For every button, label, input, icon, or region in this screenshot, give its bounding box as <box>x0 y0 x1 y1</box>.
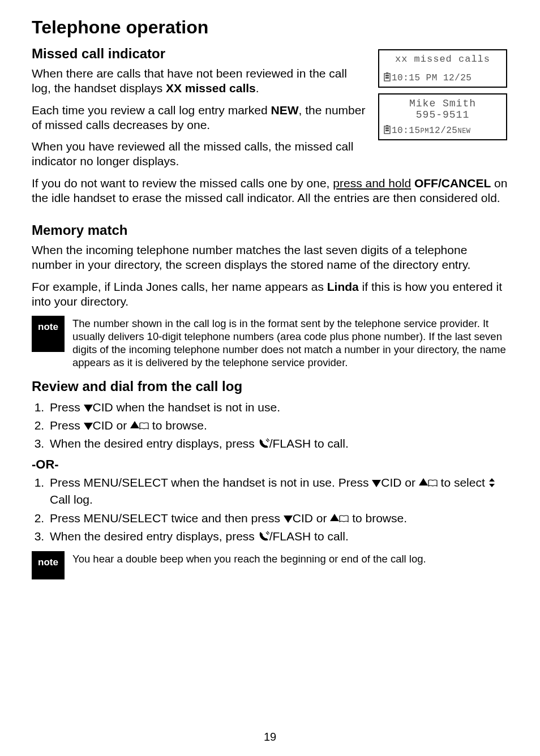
or-label: -OR- <box>32 457 508 472</box>
steps-list-1: Press CID when the handset is not in use… <box>32 399 508 453</box>
down-arrow-icon <box>372 480 381 487</box>
page-title: Telephone operation <box>32 17 508 38</box>
battery-icon <box>384 72 391 84</box>
step-3a: When the desired entry displays, press /… <box>48 435 508 452</box>
note-badge: note <box>32 551 65 579</box>
step-2a: Press CID or to browse. <box>48 417 508 434</box>
page-number: 19 <box>0 731 540 744</box>
para-memory-2: For example, if Linda Jones calls, her n… <box>32 280 508 310</box>
note-badge: note <box>32 316 65 352</box>
heading-memory-match: Memory match <box>32 222 508 238</box>
svg-rect-7 <box>385 130 389 131</box>
svg-marker-11 <box>489 484 495 487</box>
para-memory-1: When the incoming telephone number match… <box>32 243 508 273</box>
svg-line-8 <box>266 440 268 442</box>
svg-rect-3 <box>385 77 389 79</box>
svg-line-12 <box>266 532 268 535</box>
step-2b: Press MENU/SELECT twice and then press C… <box>48 510 508 527</box>
lcd-missed-time: 10:15 PM 12/25 <box>392 73 472 83</box>
para-missed-4: If you do not want to review the missed … <box>32 176 508 206</box>
lcd-contact-number: 595-9511 <box>382 109 504 121</box>
battery-icon <box>384 125 391 137</box>
lcd-screen-contact: Mike Smith 595-9511 10:15PM12/25NEW <box>378 93 507 140</box>
step-3b: When the desired entry displays, press /… <box>48 528 508 545</box>
down-arrow-icon <box>284 516 293 523</box>
phone-icon <box>258 437 269 448</box>
step-1b: Press MENU/SELECT when the handset is no… <box>48 474 508 509</box>
svg-rect-2 <box>385 75 389 76</box>
note-memory-text: The number shown in the call log is in t… <box>72 316 508 370</box>
up-arrow-icon <box>130 421 139 428</box>
book-icon <box>339 510 349 518</box>
down-arrow-icon <box>84 423 93 430</box>
lcd-screen-missed: xx missed calls 10:15 PM 12/25 <box>378 49 507 88</box>
lcd-screens: xx missed calls 10:15 PM 12/25 Mike Smit… <box>378 49 508 146</box>
lcd-missed-text: xx missed calls <box>382 54 504 65</box>
lcd-contact-status: 10:15PM12/25NEW <box>382 125 504 137</box>
down-arrow-icon <box>84 405 93 412</box>
svg-rect-6 <box>385 127 389 129</box>
book-icon <box>139 418 149 426</box>
lcd-contact-name: Mike Smith <box>382 98 504 109</box>
phone-icon <box>258 530 269 541</box>
heading-review-dial: Review and dial from the call log <box>32 379 508 394</box>
svg-marker-10 <box>489 478 495 482</box>
up-arrow-icon <box>419 478 428 486</box>
steps-list-2: Press MENU/SELECT when the handset is no… <box>32 474 508 545</box>
note-review: note You hear a double beep when you rea… <box>32 551 508 579</box>
book-icon <box>428 475 438 483</box>
note-review-text: You hear a double beep when you reach th… <box>72 551 426 565</box>
updown-arrow-icon <box>488 475 496 486</box>
lcd-missed-status: 10:15 PM 12/25 <box>382 72 504 84</box>
step-1a: Press CID when the handset is not in use… <box>48 399 508 416</box>
up-arrow-icon <box>330 514 339 521</box>
note-memory: note The number shown in the call log is… <box>32 316 508 370</box>
